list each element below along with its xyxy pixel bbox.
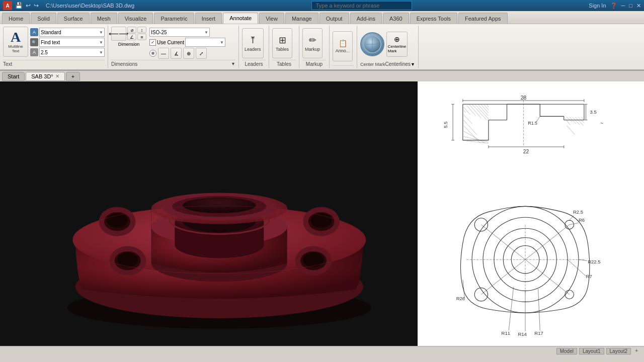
tab-view[interactable]: View: [259, 13, 284, 24]
tab-annotate[interactable]: Annotate: [223, 13, 258, 24]
centerlines-expand[interactable]: ▼: [411, 62, 415, 67]
text-group-content: A MultilineText A Standard ▼ 🔍: [3, 27, 105, 60]
tab-insert[interactable]: Insert: [195, 13, 222, 24]
model-tab[interactable]: Model: [556, 348, 577, 354]
drawing-panel: 28 3.5 5.5: [418, 81, 644, 346]
center-mark-button[interactable]: [360, 32, 384, 56]
svg-point-14: [303, 252, 324, 267]
tables-button[interactable]: ⊞ Tables: [272, 28, 292, 58]
titlebar-right: Sign In ❓ ─ □ ✕: [589, 3, 641, 9]
3d-viewport[interactable]: [0, 81, 418, 346]
svg-line-69: [463, 137, 489, 142]
style-dropdown[interactable]: Standard ▼: [39, 28, 105, 37]
tab-visualize[interactable]: Visualize: [118, 13, 153, 24]
centerline-mark-icon: ⊕: [394, 35, 400, 43]
centerlines-group: ⊕ CenterlineMark Center Mark Centerlines…: [357, 26, 419, 68]
dim-icon-4[interactable]: ↕: [137, 27, 146, 33]
quick-undo-icon[interactable]: ↩: [26, 2, 31, 9]
tab-mesh[interactable]: Mesh: [91, 13, 117, 24]
anno-icon: 📋: [339, 39, 347, 47]
markup-group-content: ✏ Markup: [302, 27, 323, 60]
dimstyle-dropdown[interactable]: ISO-25 ▼: [149, 28, 210, 37]
svg-point-18: [175, 232, 264, 258]
logo-letter: A: [6, 3, 9, 9]
svg-line-109: [525, 259, 570, 294]
svg-text:~: ~: [600, 120, 603, 126]
dimensions-group: ⟵⟶ ⌀ ∠ ↕ ≡ Dimension: [108, 26, 239, 68]
minimize-icon[interactable]: ─: [621, 3, 625, 9]
new-tab[interactable]: +: [66, 72, 80, 81]
tab-manage[interactable]: Manage: [285, 13, 318, 24]
dim-icon-5[interactable]: ≡: [137, 34, 146, 40]
multiline-text-label: MultilineText: [8, 44, 23, 53]
svg-line-108: [481, 225, 525, 259]
findtext-dropdown-arrow: ▼: [99, 40, 103, 45]
anno-group: 📋 Anno...: [330, 26, 357, 68]
quick-save-icon[interactable]: 💾: [15, 2, 23, 9]
layout1-tab[interactable]: Layout1: [579, 348, 604, 354]
dimensions-group-content: ⟵⟶ ⌀ ∠ ↕ ≡ Dimension: [111, 27, 225, 60]
doc-tabs: Start SAB 3D° ✕ +: [0, 70, 644, 81]
tab-addins[interactable]: Add-ins: [350, 13, 382, 24]
svg-line-57: [469, 105, 481, 118]
tab-home[interactable]: Home: [2, 13, 30, 24]
svg-text:R22.5: R22.5: [588, 259, 600, 264]
leaders-button[interactable]: ⤒ Leaders: [242, 28, 264, 58]
markup-group: ✏ Markup Markup: [299, 26, 330, 68]
dim-angle-btn[interactable]: ∡: [171, 48, 182, 59]
anno-button[interactable]: 📋 Anno...: [333, 31, 353, 61]
style-value: Standard: [41, 30, 61, 35]
tab-surface[interactable]: Surface: [57, 13, 90, 24]
tab-a360[interactable]: A360: [383, 13, 409, 24]
svg-line-67: [463, 126, 480, 143]
center-label: Center Mark: [360, 62, 385, 67]
leaders-icon: ⤒: [249, 35, 257, 46]
sign-in-link[interactable]: Sign In: [589, 3, 606, 9]
tab-featured-apps[interactable]: Featured Apps: [458, 13, 508, 24]
tables-icon: ⊞: [279, 35, 286, 46]
maximize-icon[interactable]: □: [629, 3, 632, 9]
tables-label: Tables: [276, 47, 289, 52]
start-tab[interactable]: Start: [2, 72, 25, 81]
size-icon: A: [30, 48, 38, 56]
centerline-mark-button[interactable]: ⊕ CenterlineMark: [386, 32, 408, 57]
ribbon: Home Solid Surface Mesh Visualize Parame…: [0, 11, 644, 70]
svg-text:R6: R6: [579, 217, 585, 223]
tab-parametric[interactable]: Parametric: [154, 13, 194, 24]
svg-text:R7: R7: [586, 274, 592, 279]
tab-output[interactable]: Output: [319, 13, 349, 24]
style-dropdown-arrow: ▼: [99, 30, 103, 35]
tab-express-tools[interactable]: Express Tools: [410, 13, 457, 24]
dim-icon-2[interactable]: ⌀: [127, 27, 136, 33]
dim-icon-3[interactable]: ∠: [127, 34, 136, 40]
svg-text:3.5: 3.5: [590, 109, 597, 115]
tab-solid[interactable]: Solid: [31, 13, 56, 24]
help-icon[interactable]: ❓: [610, 3, 617, 9]
dim-space-btn[interactable]: ⤢: [196, 48, 207, 59]
findtext-dropdown[interactable]: Find text ▼: [39, 38, 105, 47]
dim-break-btn[interactable]: ⊕: [183, 48, 194, 59]
dim-dash-btn[interactable]: —: [158, 48, 169, 59]
svg-line-65: [463, 115, 472, 124]
radio-circle[interactable]: [149, 50, 156, 57]
svg-text:22: 22: [523, 149, 529, 154]
active-doc-tab[interactable]: SAB 3D° ✕: [26, 72, 65, 81]
svg-line-96: [579, 259, 587, 260]
leaders-group-label: Leaders: [242, 60, 266, 67]
dimensions-group-label: Dimensions ▼: [111, 60, 235, 67]
keyword-search-input[interactable]: [311, 1, 412, 10]
style-dropdown-row: A Standard ▼: [30, 28, 105, 37]
title-bar: A 💾 ↩ ↪ C:\Users\user\Desktop\SAB 3D.dwg…: [0, 0, 644, 11]
add-layout-btn[interactable]: +: [633, 348, 640, 354]
dimensions-group-expand[interactable]: ▼: [231, 61, 235, 67]
use-current-checkbox[interactable]: [149, 39, 156, 46]
markup-button[interactable]: ✏ Markup: [302, 28, 323, 58]
dim-icon-1[interactable]: ⟵⟶: [111, 27, 126, 41]
close-doc-tab[interactable]: ✕: [55, 73, 59, 79]
quick-redo-icon[interactable]: ↪: [34, 2, 39, 9]
layout2-tab[interactable]: Layout2: [606, 348, 631, 354]
size-dropdown[interactable]: 2.5 ▼: [39, 48, 105, 57]
close-icon[interactable]: ✕: [636, 3, 641, 9]
use-current-dropdown[interactable]: ▼: [185, 38, 225, 47]
multiline-text-button[interactable]: A MultilineText: [3, 27, 28, 57]
